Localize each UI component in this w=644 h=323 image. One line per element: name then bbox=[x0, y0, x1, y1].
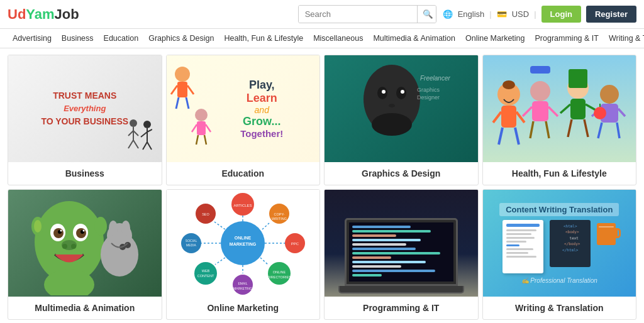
card-health-image bbox=[483, 55, 636, 162]
svg-rect-13 bbox=[177, 82, 187, 97]
svg-line-8 bbox=[143, 142, 147, 150]
svg-line-3 bbox=[133, 140, 138, 148]
nav-misc[interactable]: Miscellaneous bbox=[308, 33, 368, 44]
logo-yam: Yam bbox=[26, 6, 54, 22]
card-writing-image: Content Writing Translation bbox=[483, 190, 636, 297]
currency-icon-button[interactable]: 💳 bbox=[497, 9, 507, 19]
nav-business[interactable]: Business bbox=[57, 33, 99, 44]
svg-point-55 bbox=[600, 85, 619, 104]
svg-line-2 bbox=[128, 140, 133, 148]
svg-line-58 bbox=[618, 109, 625, 116]
svg-line-46 bbox=[530, 121, 533, 138]
currency-button[interactable]: USD bbox=[512, 9, 529, 19]
svg-text:SEO: SEO bbox=[202, 212, 209, 216]
nav-writing[interactable]: Writing & Translation bbox=[604, 33, 644, 44]
svg-text:Designer: Designer bbox=[417, 94, 440, 101]
svg-text:ONLINE: ONLINE bbox=[235, 236, 252, 240]
card-graphics[interactable]: Freelancer Graphics Designer Graphics & … bbox=[324, 55, 479, 185]
globe-icon: 🌐 bbox=[443, 9, 453, 19]
card-writing[interactable]: Content Writing Translation bbox=[482, 189, 637, 320]
svg-line-44 bbox=[523, 107, 532, 116]
svg-point-74 bbox=[82, 229, 84, 231]
navbar: Advertising Business Education Graphics … bbox=[0, 29, 644, 48]
svg-point-18 bbox=[195, 109, 208, 121]
svg-line-22 bbox=[196, 135, 198, 145]
svg-line-38 bbox=[516, 112, 525, 123]
svg-point-6 bbox=[143, 121, 151, 128]
register-button[interactable]: Register bbox=[586, 6, 636, 23]
svg-point-82 bbox=[121, 221, 130, 236]
currency-label: USD bbox=[512, 9, 529, 19]
svg-text:COPY-: COPY- bbox=[274, 212, 284, 216]
card-programming-image bbox=[325, 190, 478, 297]
separator: | bbox=[489, 9, 491, 19]
language-label: English bbox=[458, 9, 485, 19]
card-health[interactable]: Health, Fun & Lifestyle bbox=[482, 55, 637, 185]
card-business[interactable]: TRUST MEANS Everything TO YOUR BUSINESS bbox=[8, 55, 162, 185]
nav-marketing[interactable]: Online Marketing bbox=[460, 33, 530, 44]
svg-point-30 bbox=[389, 104, 395, 107]
svg-line-17 bbox=[186, 97, 189, 109]
svg-point-76 bbox=[62, 244, 67, 249]
svg-point-41 bbox=[530, 81, 550, 101]
svg-line-59 bbox=[598, 123, 602, 138]
svg-rect-50 bbox=[570, 99, 586, 119]
svg-line-112 bbox=[260, 258, 268, 265]
login-button[interactable]: Login bbox=[541, 6, 581, 23]
svg-point-73 bbox=[60, 229, 62, 231]
card-education[interactable]: Play, Learn and Grow... Together! Educat… bbox=[166, 55, 321, 185]
nav-graphics[interactable]: Graphics & Design bbox=[143, 33, 219, 44]
currency-card-icon: 💳 bbox=[497, 9, 507, 19]
svg-text:MARKETING: MARKETING bbox=[233, 287, 252, 290]
svg-line-114 bbox=[215, 258, 225, 265]
language-button[interactable]: English bbox=[458, 9, 485, 19]
card-multimedia-label: Multimedia & Animation bbox=[8, 297, 162, 319]
card-programming-label: Programming & IT bbox=[325, 297, 478, 319]
card-education-label: Education bbox=[167, 162, 320, 185]
card-programming[interactable]: Programming & IT bbox=[324, 189, 479, 320]
svg-text:EMAIL: EMAIL bbox=[238, 282, 247, 285]
header-controls: 🌐 English | 💳 USD | Login Register bbox=[443, 6, 636, 23]
search-input[interactable] bbox=[299, 6, 417, 23]
search-bar: 🔍 bbox=[298, 5, 436, 23]
card-education-image: Play, Learn and Grow... Together! bbox=[167, 55, 320, 162]
svg-line-37 bbox=[493, 112, 501, 123]
search-button[interactable]: 🔍 bbox=[417, 6, 436, 23]
nav-advertising[interactable]: Advertising bbox=[8, 33, 57, 44]
svg-point-25 bbox=[372, 113, 412, 136]
separator2: | bbox=[534, 9, 536, 19]
logo[interactable]: UdYamJob bbox=[8, 6, 79, 23]
svg-point-61 bbox=[594, 107, 606, 119]
nav-health[interactable]: Health, Fun & Lifestyle bbox=[219, 33, 308, 44]
svg-point-12 bbox=[175, 67, 190, 82]
svg-line-5 bbox=[133, 131, 138, 136]
card-graphics-label: Graphics & Design bbox=[325, 162, 478, 185]
logo-ud: Ud bbox=[8, 6, 26, 22]
svg-line-9 bbox=[147, 142, 152, 150]
card-marketing-image: ONLINE MARKETING ARTICLES COPY- WRITING … bbox=[167, 190, 320, 297]
globe-button[interactable]: 🌐 bbox=[443, 9, 453, 19]
svg-text:Graphics: Graphics bbox=[417, 87, 440, 93]
card-multimedia-image bbox=[8, 190, 162, 297]
category-grid: TRUST MEANS Everything TO YOUR BUSINESS bbox=[0, 48, 644, 323]
card-graphics-image: Freelancer Graphics Designer bbox=[325, 55, 478, 162]
nav-multimedia[interactable]: Multimedia & Animation bbox=[368, 33, 460, 44]
svg-rect-36 bbox=[501, 106, 516, 128]
svg-text:ARTICLES: ARTICLES bbox=[233, 204, 252, 207]
svg-line-47 bbox=[546, 121, 549, 138]
svg-line-51 bbox=[560, 104, 570, 113]
svg-rect-49 bbox=[569, 69, 587, 88]
svg-text:WRITING: WRITING bbox=[272, 217, 287, 221]
svg-line-54 bbox=[584, 119, 588, 137]
card-marketing[interactable]: ONLINE MARKETING ARTICLES COPY- WRITING … bbox=[166, 189, 321, 320]
svg-rect-19 bbox=[197, 121, 206, 135]
svg-line-116 bbox=[214, 222, 225, 229]
svg-line-60 bbox=[617, 123, 619, 138]
svg-text:Freelancer: Freelancer bbox=[420, 75, 450, 82]
card-multimedia[interactable]: Multimedia & Animation bbox=[8, 189, 162, 320]
card-writing-label: Writing & Translation bbox=[483, 297, 636, 319]
nav-programming[interactable]: Programming & IT bbox=[530, 33, 604, 44]
svg-text:CONTENT: CONTENT bbox=[197, 274, 214, 278]
svg-line-15 bbox=[187, 85, 194, 94]
nav-education[interactable]: Education bbox=[99, 33, 144, 44]
